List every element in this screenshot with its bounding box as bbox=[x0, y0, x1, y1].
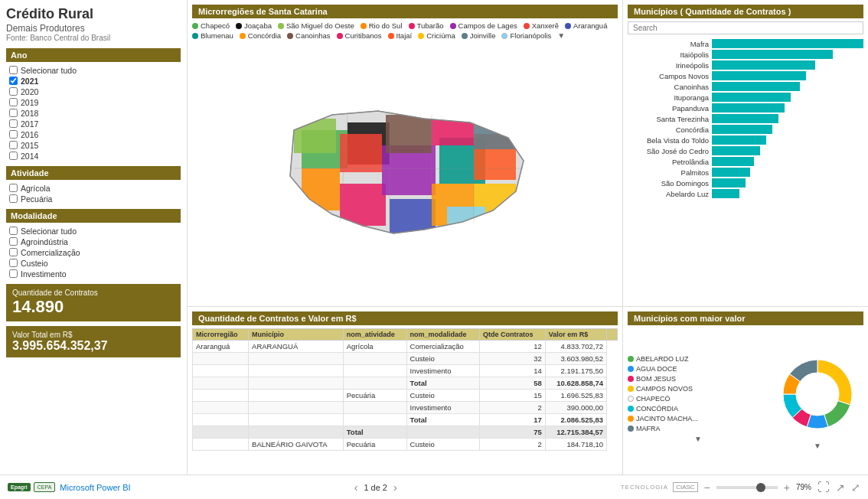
donut-legend-expand[interactable]: ▼ bbox=[628, 435, 768, 443]
bar-row[interactable]: Ituporanga bbox=[628, 93, 863, 102]
filter-atividade-pecuaria[interactable]: Pecuária bbox=[6, 194, 181, 204]
filter-ano-2015[interactable]: 2015 bbox=[6, 140, 181, 151]
table-row[interactable]: Custeio 32 3.603.980,52 bbox=[193, 353, 618, 365]
share-icon[interactable]: ↗ bbox=[836, 481, 845, 494]
zoom-percentage: 79% bbox=[796, 483, 811, 491]
filter-ano-2014[interactable]: 2014 bbox=[6, 151, 181, 161]
filter-ano-2019[interactable]: 2019 bbox=[6, 97, 181, 108]
bar-row[interactable]: Santa Terezinha bbox=[628, 114, 863, 123]
legend-expand-icon[interactable]: ▼ bbox=[557, 31, 565, 40]
table-row[interactable]: Total 58 10.628.858,74 bbox=[193, 377, 618, 390]
zoom-minus-icon[interactable]: − bbox=[704, 481, 710, 494]
filter-modalidade-investimento[interactable]: Investimento bbox=[6, 269, 181, 279]
checkbox-2017[interactable] bbox=[9, 119, 18, 128]
donut-chart[interactable]: ▼ bbox=[772, 348, 863, 450]
table-row[interactable]: Pecuária Custeio 15 1.696.525,83 bbox=[193, 390, 618, 402]
bar-row[interactable]: São José do Cedro bbox=[628, 146, 863, 155]
zoom-plus-icon[interactable]: + bbox=[784, 481, 790, 494]
filter-ano-2021[interactable]: 2021 bbox=[6, 76, 181, 86]
search-input[interactable] bbox=[628, 21, 863, 34]
svg-rect-3 bbox=[302, 168, 340, 210]
bar-row[interactable]: Papanduva bbox=[628, 103, 863, 113]
bar-row[interactable]: Campos Novos bbox=[628, 71, 863, 80]
table-row[interactable]: Investimento 14 2.191.175,50 bbox=[193, 365, 618, 377]
checkbox-2016[interactable] bbox=[9, 130, 18, 139]
bar-row[interactable]: Concórdia bbox=[628, 125, 863, 134]
map-svg[interactable] bbox=[192, 43, 618, 302]
filter-ano-2020[interactable]: 2020 bbox=[6, 86, 181, 97]
table-panel: Quantidade de Contratos e Valor em R$ Mi… bbox=[188, 307, 623, 475]
bar-row[interactable]: Abelardo Luz bbox=[628, 189, 863, 198]
checkbox-2020[interactable] bbox=[9, 87, 18, 96]
table-row[interactable]: Araranguá ARARANGUÁ Agrícola Comercializ… bbox=[193, 341, 618, 353]
legend-concordia: Concórdia bbox=[240, 31, 281, 40]
legend-blumenau: Blumenau bbox=[192, 31, 233, 40]
checkbox-investimento[interactable] bbox=[9, 269, 18, 278]
checkbox-2015[interactable] bbox=[9, 141, 18, 149]
filter-ano-select-all[interactable]: Selecionar tudo bbox=[6, 65, 181, 76]
donut-svg bbox=[772, 348, 863, 440]
zoom-thumb[interactable] bbox=[756, 483, 765, 492]
checkbox-pecuaria[interactable] bbox=[9, 194, 18, 203]
donut-legend-item: BOM JESUS bbox=[628, 375, 768, 383]
checkbox-select-all-ano[interactable] bbox=[9, 66, 18, 74]
checkbox-custeio[interactable] bbox=[9, 259, 18, 267]
bar-row[interactable]: Mafra bbox=[628, 39, 863, 48]
app-title: Crédito Rural bbox=[6, 6, 181, 23]
checkbox-2019[interactable] bbox=[9, 98, 18, 106]
filter-modalidade-comercializacao[interactable]: Comercialização bbox=[6, 247, 181, 258]
checkbox-2014[interactable] bbox=[9, 152, 18, 160]
bar-row[interactable]: Palmitos bbox=[628, 168, 863, 177]
filter-ano-2018[interactable]: 2018 bbox=[6, 108, 181, 119]
map-panel: Microrregiões de Santa Catarina Chapecó … bbox=[188, 0, 623, 306]
bar-row[interactable]: Irineópolis bbox=[628, 60, 863, 70]
filter-ano-2016[interactable]: 2016 bbox=[6, 129, 181, 140]
bottom-bar: Epagri CEPA Microsoft Power BI ‹ 1 de 2 … bbox=[0, 475, 868, 499]
filter-modalidade-custeio[interactable]: Custeio bbox=[6, 258, 181, 269]
tech-label: TECNOLOGIA bbox=[621, 484, 668, 491]
legend-joinville: Joinville bbox=[462, 31, 496, 40]
next-page-button[interactable]: › bbox=[393, 481, 397, 494]
bar-row[interactable]: São Domingos bbox=[628, 178, 863, 188]
table-wrapper[interactable]: Microrregião Município nom_atividade nom… bbox=[192, 328, 618, 470]
checkbox-comercializacao[interactable] bbox=[9, 248, 18, 256]
checkbox-2018[interactable] bbox=[9, 109, 18, 117]
bar-row[interactable]: Petrolândia bbox=[628, 157, 863, 166]
tech-logos: TECNOLOGIA CIASC bbox=[621, 482, 698, 492]
checkbox-agroindustria[interactable] bbox=[9, 237, 18, 246]
prev-page-button[interactable]: ‹ bbox=[354, 481, 358, 494]
legend-curitibanos: Curitibanos bbox=[337, 31, 382, 40]
svg-rect-10 bbox=[386, 115, 432, 153]
filter-modalidade-select-all[interactable]: Selecionar tudo bbox=[6, 226, 181, 236]
zoom-track[interactable] bbox=[716, 486, 778, 489]
powerbi-link[interactable]: Microsoft Power BI bbox=[60, 483, 130, 492]
bar-row[interactable]: Itaiópolis bbox=[628, 50, 863, 59]
fullscreen-icon[interactable]: ⛶ bbox=[817, 481, 830, 494]
table-row[interactable]: Investimento 2 390.000,00 bbox=[193, 402, 618, 414]
table-row[interactable]: Total 17 2.086.525,83 bbox=[193, 414, 618, 426]
legend-campos-lages: Campos de Lages bbox=[450, 21, 517, 30]
bar-row[interactable]: Canoinhas bbox=[628, 82, 863, 91]
th-scroll bbox=[607, 329, 618, 341]
app-subtitle: Demais Produtores bbox=[6, 23, 181, 34]
kpi-contratos: Quantidade de Contratos 14.890 bbox=[6, 284, 181, 321]
filter-atividade-agricola[interactable]: Agrícola bbox=[6, 183, 181, 194]
checkbox-select-all-modalidade[interactable] bbox=[9, 227, 18, 235]
checkbox-2021[interactable] bbox=[9, 77, 18, 85]
cepa-logo: CEPA bbox=[34, 482, 56, 492]
page-info: 1 de 2 bbox=[364, 483, 387, 492]
checkbox-agricola[interactable] bbox=[9, 184, 18, 192]
donut-expand-arrow[interactable]: ▼ bbox=[772, 442, 863, 450]
donut-panel: Municípios com maior valor ABELARDO LUZA… bbox=[623, 307, 868, 475]
filter-ano-2017[interactable]: 2017 bbox=[6, 119, 181, 129]
bar-row[interactable]: Bela Vista do Toldo bbox=[628, 135, 863, 145]
map-legend: Chapecó Joaçaba São Miguel do Oeste Rio … bbox=[192, 21, 618, 40]
expand-icon[interactable]: ⤢ bbox=[851, 481, 860, 494]
filter-modalidade: Modalidade Selecionar tudo Agroindústria… bbox=[6, 209, 181, 279]
table-row[interactable]: BALNEÁRIO GAIVOTA Pecuária Custeio 2 184… bbox=[193, 439, 618, 451]
filter-atividade-header: Atividade bbox=[6, 166, 181, 180]
donut-legend-item: AGUA DOCE bbox=[628, 365, 768, 373]
table-row[interactable]: Total 75 12.715.384,57 bbox=[193, 426, 618, 439]
legend-florianopolis: Florianópolis bbox=[501, 31, 551, 40]
filter-modalidade-agroindustria[interactable]: Agroindústria bbox=[6, 236, 181, 247]
